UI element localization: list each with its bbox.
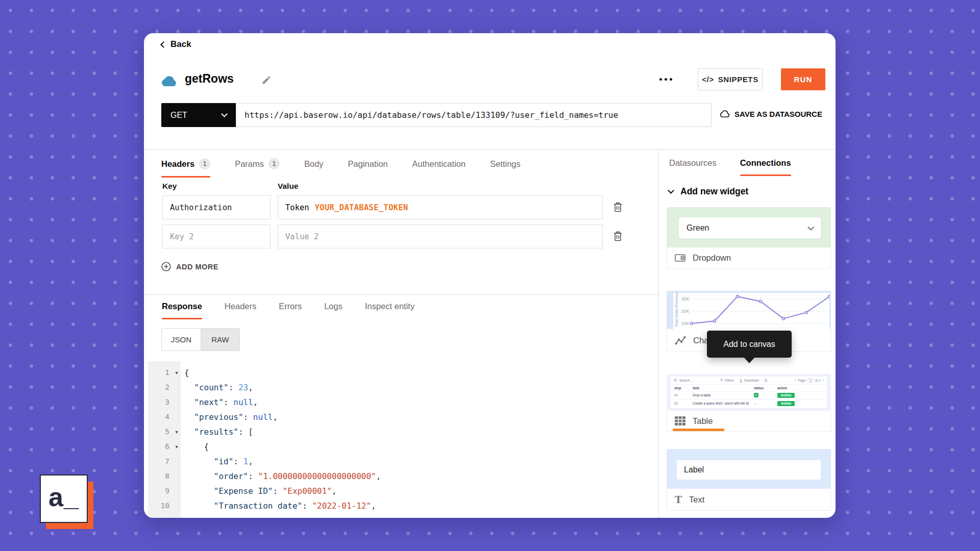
code-line: 6▾ {: [148, 439, 656, 454]
appsmith-logo: a_: [40, 474, 88, 523]
delete-header-row-2-button[interactable]: [614, 231, 622, 243]
code-line: 5▾ "results": [: [148, 424, 656, 439]
code-line: 1▾{: [148, 365, 656, 380]
fold-spacer: [173, 410, 181, 424]
tab-connections[interactable]: Connections: [740, 158, 791, 176]
chart-point: [713, 320, 716, 322]
more-options-icon[interactable]: [659, 78, 672, 81]
page-next-icon: ›: [823, 379, 824, 382]
widget-card-dropdown[interactable]: Green Dropdown: [667, 207, 831, 269]
token-binding-chip: YOUR_DATABASE_TOKEN: [315, 203, 408, 212]
ytick-30k: 30K: [681, 296, 690, 302]
mini-table-header: step task status action: [671, 385, 827, 391]
response-divider: [144, 294, 658, 295]
tab-datasources[interactable]: Datasources: [669, 158, 717, 176]
fold-arrow-icon[interactable]: ▾: [173, 439, 181, 454]
edit-pencil-icon[interactable]: [261, 75, 272, 87]
format-json-button[interactable]: JSON: [162, 329, 201, 350]
tab-label: Body: [304, 159, 324, 169]
method-select[interactable]: GET: [161, 103, 236, 127]
code-line: 2 "count": 23,: [148, 380, 656, 395]
add-new-widget-toggle[interactable]: Add new widget: [669, 186, 748, 197]
header-key-input-1[interactable]: [162, 195, 271, 219]
tab-authentication[interactable]: Authentication: [412, 158, 466, 178]
run-button[interactable]: RUN: [781, 68, 825, 90]
tab-errors[interactable]: Errors: [279, 302, 302, 319]
tab-logs[interactable]: Logs: [324, 302, 342, 319]
header-value-input-2[interactable]: [278, 224, 603, 248]
tab-label: Settings: [490, 159, 521, 169]
method-value: GET: [170, 111, 187, 120]
code-content: "next": null,: [181, 395, 258, 410]
widget-card-text[interactable]: Label T Text: [667, 449, 831, 511]
dropdown-icon: [675, 254, 685, 262]
delete-header-row-1-button[interactable]: [614, 202, 622, 214]
sidebar-divider: [658, 149, 659, 518]
code-line: 4 "previous": null,: [148, 410, 656, 424]
code-brackets-icon: </>: [702, 75, 714, 84]
header-value-input-1[interactable]: Token YOUR_DATABASE_TOKEN: [278, 195, 603, 219]
chart-icon: [675, 336, 686, 345]
tab-label: Datasources: [669, 158, 717, 168]
tab-inspect-entity[interactable]: Inspect entity: [365, 302, 414, 319]
chevron-down-icon: [668, 187, 674, 194]
tab-pagination[interactable]: Pagination: [348, 158, 388, 178]
table-widget-preview: Search... Filters Download ‹: [667, 374, 831, 411]
tab-response[interactable]: Response: [162, 302, 202, 319]
line-number: 5: [148, 424, 173, 439]
ytick-20k: 20K: [681, 309, 690, 314]
tab-label: Response: [162, 302, 202, 311]
response-tabs: Response Headers Errors Logs Inspect ent…: [162, 302, 414, 319]
preview-select[interactable]: Green: [679, 217, 821, 239]
add-more-button[interactable]: ADD MORE: [161, 262, 218, 271]
line-number: 9: [148, 484, 173, 498]
chevron-left-icon: [160, 41, 167, 48]
code-content: "results": [: [181, 424, 253, 439]
snippets-label: SNIPPETS: [718, 75, 758, 84]
mini-chart: 30K 20K 10K: [673, 293, 829, 329]
plus-circle-icon: [161, 262, 171, 271]
line-number: 6: [148, 439, 173, 454]
chart-point: [828, 295, 829, 298]
cloud-outline-icon: [720, 110, 730, 118]
api-cloud-icon: [161, 75, 178, 89]
tab-label: Errors: [279, 302, 302, 311]
tab-body[interactable]: Body: [304, 158, 324, 178]
table-icon: [675, 416, 685, 425]
tab-headers[interactable]: Headers 1: [161, 158, 210, 178]
status-check-chip: ✓: [754, 393, 758, 397]
code-content: "id": 1,: [181, 454, 253, 469]
line-number: 2: [148, 380, 173, 395]
format-raw-button[interactable]: RAW: [201, 329, 239, 350]
header-divider: [144, 149, 836, 149]
save-as-datasource-label: SAVE AS DATASOURCE: [734, 110, 822, 118]
back-button[interactable]: Back: [159, 39, 191, 49]
fold-arrow-icon[interactable]: ▾: [173, 424, 181, 439]
response-body-viewer[interactable]: 1▾{2 "count": 23,3 "next": null,4 "previ…: [148, 361, 656, 518]
line-number: 3: [148, 395, 173, 410]
tab-label: Connections: [740, 158, 791, 168]
save-as-datasource-button[interactable]: SAVE AS DATASOURCE: [720, 110, 822, 118]
tab-label: Headers: [161, 159, 194, 169]
widget-card-table[interactable]: Search... Filters Download ‹: [667, 374, 831, 432]
header-key-input-2[interactable]: [162, 224, 271, 248]
tab-label: Headers: [225, 302, 256, 311]
chart-widget-preview: 30K 20K 10K Total Order Revenue: [667, 291, 831, 329]
dropdown-widget-preview: Green: [667, 207, 831, 247]
snippets-button[interactable]: </> SNIPPETS: [698, 68, 763, 90]
fold-spacer: [173, 395, 181, 410]
widget-label-table: Table: [693, 416, 713, 426]
preview-label-box: Label: [677, 460, 821, 480]
ytick-10k: 10K: [681, 321, 690, 326]
key-column-label: Key: [162, 182, 177, 191]
tab-params[interactable]: Params 1: [235, 158, 280, 178]
page-prev-icon: ‹: [795, 379, 796, 382]
tab-response-headers[interactable]: Headers: [225, 302, 256, 319]
fold-spacer: [173, 469, 181, 484]
mini-page-number: 1: [807, 378, 813, 383]
url-input[interactable]: [236, 103, 712, 127]
tab-label: Pagination: [348, 159, 388, 169]
code-line: 10 "Transaction date": "2022-01-12",: [148, 498, 656, 513]
tab-settings[interactable]: Settings: [490, 158, 521, 178]
fold-arrow-icon[interactable]: ▾: [173, 365, 181, 380]
